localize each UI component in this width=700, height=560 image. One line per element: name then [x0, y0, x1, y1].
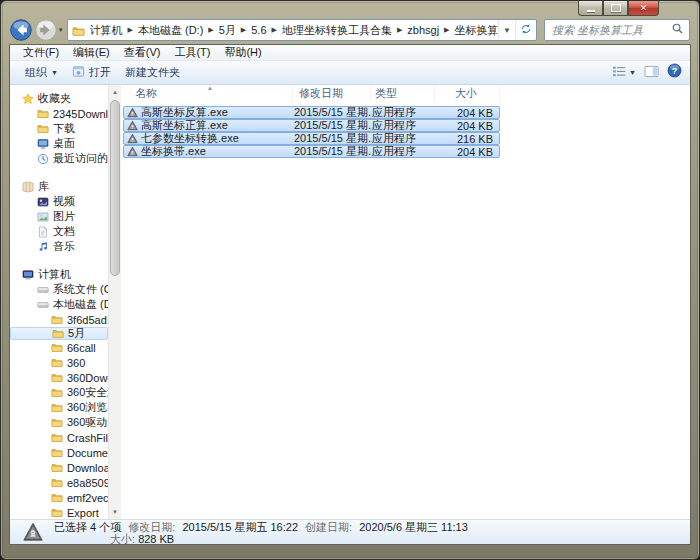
breadcrumb-separator-icon[interactable]: ▶ — [442, 26, 451, 34]
maximize-button[interactable] — [603, 1, 628, 16]
size-label: 大小: — [110, 533, 135, 545]
breadcrumb-segment[interactable]: 计算机 — [87, 23, 126, 38]
sidebar-item[interactable]: 2345Downloads — [10, 106, 108, 121]
menu-item[interactable]: 编辑(E) — [66, 45, 117, 60]
sidebar-item[interactable]: Document — [10, 445, 108, 460]
chevron-down-icon: ▼ — [51, 69, 58, 76]
sidebar-item[interactable]: 视频 — [10, 194, 108, 209]
sidebar-item[interactable]: 3f6d5ad12b7ac — [10, 312, 108, 327]
menu-item[interactable]: 帮助(H) — [217, 45, 268, 60]
folder-icon — [51, 402, 63, 414]
sidebar-item-label: 库 — [38, 179, 49, 194]
sidebar-item[interactable]: Download — [10, 460, 108, 475]
minimize-button[interactable] — [578, 1, 603, 16]
sidebar-item[interactable]: 下载 — [10, 121, 108, 136]
sidebar-item[interactable]: 桌面 — [10, 136, 108, 151]
file-row[interactable]: 坐标换带.exe2015/5/15 星期...应用程序204 KB — [123, 145, 500, 158]
back-icon — [10, 19, 32, 41]
sidebar-item[interactable]: 360安全浏览器下 — [10, 385, 108, 400]
sidebar-item-label: 收藏夹 — [38, 91, 71, 106]
sidebar-item[interactable]: emf2vec — [10, 490, 108, 505]
address-dropdown-caret[interactable]: ▼ — [499, 26, 515, 35]
sidebar-item[interactable]: 66call — [10, 340, 108, 355]
application-file-icon — [127, 120, 138, 131]
menu-item[interactable]: 文件(F) — [16, 45, 66, 60]
sidebar-item[interactable]: 360 — [10, 355, 108, 370]
sidebar-item[interactable]: 最近访问的位置 — [10, 151, 108, 166]
breadcrumb-segment[interactable]: zbhsgj — [404, 24, 442, 36]
breadcrumb-segment[interactable]: 地理坐标转换工具合集 — [279, 23, 395, 38]
forward-button[interactable] — [35, 19, 57, 41]
sidebar-item-label: Export — [67, 507, 99, 519]
sidebar-item[interactable]: Export — [10, 505, 108, 519]
scrollbar-thumb[interactable] — [110, 100, 120, 276]
sidebar-item[interactable]: CrashFiles — [10, 430, 108, 445]
breadcrumb: 计算机▶本地磁盘 (D:)▶5月▶5.6▶地理坐标转换工具合集▶zbhsgj▶坐… — [87, 23, 499, 38]
organize-button[interactable]: 组织 ▼ — [18, 63, 65, 82]
sidebar-scrollbar[interactable]: ▲ ▼ — [108, 85, 121, 519]
back-button[interactable] — [10, 19, 32, 41]
menu-bar: 文件(F)编辑(E)查看(V)工具(T)帮助(H) — [10, 45, 690, 61]
breadcrumb-segment[interactable]: 5.6 — [248, 24, 269, 36]
sidebar-item[interactable]: e8a85094bdb56 — [10, 475, 108, 490]
client-area: 文件(F)编辑(E)查看(V)工具(T)帮助(H) 组织 ▼ 打开 新建文件夹 … — [9, 44, 691, 545]
menu-item[interactable]: 查看(V) — [117, 45, 168, 60]
sidebar-item-label: 系统文件 (C:) — [53, 282, 108, 297]
sidebar-item[interactable]: 库 — [10, 179, 108, 194]
open-button[interactable]: 打开 — [65, 63, 118, 82]
sidebar-item-label: 计算机 — [38, 267, 71, 282]
sidebar-item[interactable]: 音乐 — [10, 239, 108, 254]
nav-history-caret[interactable]: ▾ — [59, 26, 63, 34]
change-view-button[interactable]: ▼ — [612, 64, 636, 82]
breadcrumb-separator-icon[interactable]: ▶ — [126, 26, 135, 34]
disk-icon — [37, 284, 49, 296]
close-button[interactable]: ✕ — [628, 1, 659, 16]
file-type: 应用程序 — [372, 144, 436, 159]
modified-label: 修改日期: — [128, 521, 175, 533]
sidebar-item[interactable]: 系统文件 (C:) — [10, 282, 108, 297]
refresh-button[interactable] — [515, 20, 536, 40]
video-icon — [37, 196, 49, 208]
breadcrumb-separator-icon[interactable]: ▶ — [270, 26, 279, 34]
maximize-icon — [611, 4, 621, 12]
column-header[interactable]: 名称▲ — [121, 85, 293, 102]
column-header[interactable]: 类型 — [371, 85, 435, 102]
search-input[interactable] — [550, 23, 671, 37]
address-bar[interactable]: 计算机▶本地磁盘 (D:)▶5月▶5.6▶地理坐标转换工具合集▶zbhsgj▶坐… — [67, 19, 537, 41]
file-size: 204 KB — [436, 146, 499, 158]
sidebar-item[interactable]: 360浏览器 — [10, 400, 108, 415]
sidebar-item[interactable]: 360驱动大师目录 — [10, 415, 108, 430]
breadcrumb-separator-icon[interactable]: ▶ — [239, 26, 248, 34]
sidebar-item[interactable]: 360Downloads — [10, 370, 108, 385]
menu-item[interactable]: 工具(T) — [167, 45, 217, 60]
column-header[interactable]: 修改日期 — [293, 85, 371, 102]
column-header[interactable]: 大小 — [435, 85, 500, 102]
created-value: 2020/5/6 星期三 11:13 — [359, 521, 468, 533]
breadcrumb-segment[interactable]: 坐标换算工具 — [451, 23, 498, 38]
breadcrumb-segment[interactable]: 本地磁盘 (D:) — [135, 23, 206, 38]
preview-pane-button[interactable] — [644, 64, 659, 82]
sidebar-item[interactable]: 本地磁盘 (D:) — [10, 297, 108, 312]
sidebar-item[interactable]: 计算机 — [10, 267, 108, 282]
created-label: 创建日期: — [305, 521, 352, 533]
sidebar-item-label: 360驱动大师目录 — [67, 415, 108, 430]
selected-file-icon — [22, 522, 44, 542]
address-row: ▾ 计算机▶本地磁盘 (D:)▶5月▶5.6▶地理坐标转换工具合集▶zbhsgj… — [10, 16, 690, 44]
new-folder-button[interactable]: 新建文件夹 — [118, 63, 187, 82]
scroll-up-icon[interactable]: ▲ — [109, 85, 121, 99]
sidebar-item[interactable]: 文档 — [10, 224, 108, 239]
breadcrumb-separator-icon[interactable]: ▶ — [395, 26, 404, 34]
sidebar-item[interactable]: 收藏夹 — [10, 91, 108, 106]
explorer-window: ✕ ▾ 计算机▶本地磁盘 (D:)▶5月▶5.6▶地理坐标转换工具合集▶zbhs… — [0, 0, 700, 560]
folder-icon — [51, 342, 63, 354]
sidebar-item-label: 360Downloads — [67, 372, 108, 384]
help-button[interactable]: ? — [667, 63, 682, 82]
scroll-down-icon[interactable]: ▼ — [109, 505, 121, 519]
sidebar-item[interactable]: 图片 — [10, 209, 108, 224]
sidebar-item[interactable]: 5月 — [10, 327, 108, 340]
breadcrumb-segment[interactable]: 5月 — [216, 23, 239, 38]
modified-value: 2015/5/15 星期五 16:22 — [182, 521, 298, 533]
sidebar-item-label: 360 — [67, 357, 85, 369]
breadcrumb-separator-icon[interactable]: ▶ — [206, 26, 215, 34]
open-label: 打开 — [89, 65, 111, 80]
